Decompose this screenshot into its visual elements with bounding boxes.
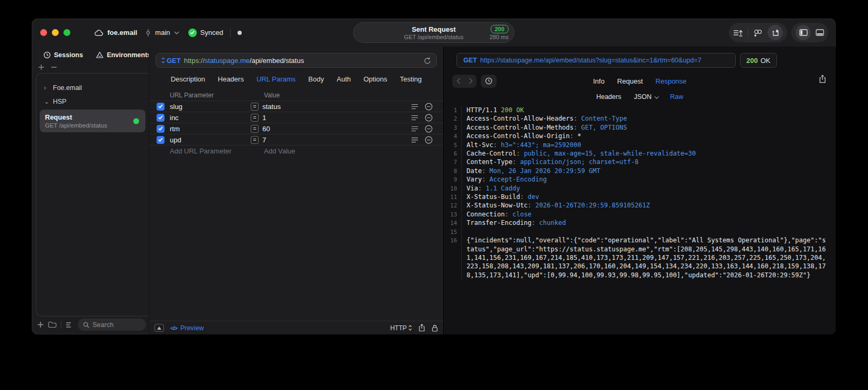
remove-param-icon[interactable] [425,103,433,111]
add-param-value-placeholder[interactable]: Add Value [264,147,295,155]
response-tab[interactable]: Request [617,77,643,85]
export-response-icon[interactable] [819,75,826,84]
send-request-button[interactable] [768,25,783,40]
request-tab[interactable]: Options [363,75,387,83]
param-name[interactable]: slug [170,103,251,111]
link-download-icon[interactable] [753,29,763,37]
request-success-dot [133,118,139,124]
param-name[interactable]: rtm [170,125,251,133]
request-tab[interactable]: Body [308,75,324,83]
param-value[interactable]: 60 [262,125,411,133]
request-tab[interactable]: Description [171,75,205,83]
add-request-icon[interactable] [37,321,44,328]
request-tab[interactable]: URL Params [257,75,296,83]
chevron-down-icon[interactable] [174,31,179,34]
protocol-selector[interactable]: HTTP [390,324,412,332]
remove-session-icon[interactable] [51,64,57,70]
equals-match-icon[interactable]: = [251,114,259,122]
equals-match-icon[interactable]: = [251,103,259,111]
tree-chevron-icon[interactable]: ⌄ [44,98,48,105]
add-param-name-placeholder[interactable]: Add URL Parameter [170,147,264,155]
response-line: 7 Content-Type: application/json; charse… [444,158,836,166]
request-status-pill[interactable]: Sent Request GET /api/embed/status 200 2… [353,22,515,43]
synced-check-icon [188,29,197,37]
param-value[interactable]: 1 [262,114,411,122]
equals-match-icon[interactable]: = [251,125,259,133]
param-options-icon[interactable] [411,126,418,132]
toggle-sidebar-panel-button[interactable] [796,25,811,40]
param-value[interactable]: 7 [262,136,411,144]
request-tab[interactable]: Headers [218,75,244,83]
reload-icon[interactable] [424,57,431,65]
param-name[interactable]: inc [170,114,251,122]
sent-request-subtitle: GET /api/embed/status [404,34,463,40]
param-enabled-checkbox[interactable] [157,114,165,122]
branch-name[interactable]: main [155,29,170,37]
export-list-icon[interactable] [733,29,743,37]
request-actions-group [729,23,787,42]
request-tab[interactable]: Testing [400,75,422,83]
request-item-selected[interactable]: Request GET /api/embed/status [40,110,145,132]
line-content: Date: Mon, 26 Jan 2026 20:29:59 GMT [462,167,836,175]
tree-group[interactable]: › Foe.email [36,81,149,95]
response-line: 1 HTTP/1.1 200 OK [444,106,836,114]
line-content: Via: 1.1 Caddy [462,184,836,193]
new-folder-icon[interactable] [48,321,57,328]
response-line: 16 {"incidents":null,"overall":{"code":"… [444,236,836,279]
response-tab[interactable]: Response [655,77,687,85]
close-window-button[interactable] [40,29,47,36]
line-number: 1 [444,106,462,114]
branch-icon [145,29,151,37]
tab-environments[interactable]: Environments [96,51,151,59]
minimize-window-button[interactable] [52,29,59,36]
response-subtab[interactable]: JSON [634,93,657,101]
response-line: 5 Alt-Svc: h3=":443"; ma=2592000 [444,141,836,149]
param-enabled-checkbox[interactable] [157,125,165,133]
share-icon[interactable] [418,324,425,332]
fullscreen-window-button[interactable] [63,29,70,36]
response-line: 4 Access-Control-Allow-Origin: * [444,132,836,140]
method-label: GET [167,57,181,65]
search-input[interactable]: Search [78,319,146,331]
response-subtab[interactable]: Headers [596,93,621,101]
equals-match-icon[interactable]: = [251,136,259,144]
tree-chevron-icon[interactable]: › [44,84,48,92]
response-subtab[interactable]: Raw [670,93,683,101]
tree-group-label: HSP [53,98,67,105]
lock-icon[interactable] [432,324,438,332]
response-raw-view[interactable]: 1 HTTP/1.1 200 OK 2 Access-Control-Allow… [444,104,836,334]
param-name[interactable]: upd [170,136,251,144]
request-url[interactable]: https://statuspage.me/api/embed/status [184,57,304,65]
param-options-icon[interactable] [411,115,418,121]
line-number: 7 [444,158,462,166]
line-number: 6 [444,149,462,158]
param-enabled-checkbox[interactable] [157,103,165,111]
request-tab[interactable]: Auth [336,75,351,83]
tab-sessions[interactable]: Sessions [43,51,83,59]
toggle-bottom-panel-button[interactable] [816,29,824,36]
param-options-icon[interactable] [411,104,418,110]
line-content: HTTP/1.1 200 OK [462,106,836,114]
request-url-bar[interactable]: GET https://statuspage.me/api/embed/stat… [156,53,437,68]
method-selector[interactable]: GET [161,57,181,65]
param-enabled-checkbox[interactable] [157,136,165,144]
response-tab[interactable]: Info [593,77,605,85]
preview-button[interactable]: </> Preview [170,324,204,332]
param-value[interactable]: status [262,103,411,111]
sort-list-icon[interactable] [66,322,74,328]
url-path: /api/embed/status [250,57,304,65]
remove-param-icon[interactable] [425,136,433,144]
sent-request-url[interactable]: GET https://statuspage.me/api/embed/stat… [456,53,736,68]
line-content: Content-Type: application/json; charset=… [462,158,836,166]
project-name[interactable]: foe.email [107,29,137,37]
line-content: Access-Control-Allow-Methods: GET, OPTIO… [462,123,836,132]
expand-console-button[interactable] [154,324,164,332]
sent-method-label: GET [463,57,477,64]
add-session-icon[interactable] [38,64,44,70]
remove-param-icon[interactable] [425,125,433,133]
param-options-icon[interactable] [411,137,418,143]
remove-param-icon[interactable] [425,114,433,122]
line-content: Alt-Svc: h3=":443"; ma=2592000 [462,141,836,149]
tree-group[interactable]: ⌄ HSP [36,95,149,108]
line-number: 12 [444,201,462,210]
